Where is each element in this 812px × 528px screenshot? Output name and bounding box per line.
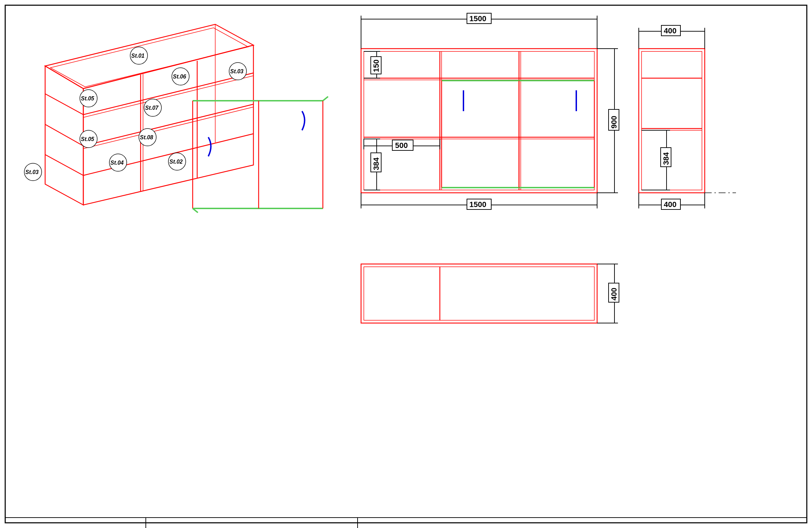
svg-line-76 bbox=[45, 94, 83, 115]
balloon-st03a: St.03 bbox=[230, 68, 243, 74]
dim-side-384: 384 bbox=[662, 152, 670, 165]
balloon-st05b: St.05 bbox=[81, 136, 94, 142]
balloon-st03b: St.03 bbox=[25, 169, 39, 175]
title-block bbox=[5, 518, 807, 528]
front-elevation: 1500 1500 900 150 500 384 bbox=[361, 13, 619, 209]
balloon-st01: St.01 bbox=[131, 53, 144, 59]
svg-rect-60 bbox=[364, 267, 594, 320]
dim-shelf-150: 150 bbox=[372, 59, 380, 72]
balloon-st02: St.02 bbox=[169, 159, 183, 165]
drawing-canvas: 1500 1500 900 150 500 384 bbox=[0, 0, 812, 528]
side-elevation: 400 400 384 bbox=[639, 25, 736, 209]
dim-lower-384: 384 bbox=[372, 157, 380, 170]
balloon-st06: St.06 bbox=[173, 74, 186, 80]
svg-line-78 bbox=[45, 155, 83, 175]
svg-line-74 bbox=[83, 107, 253, 149]
plan-view: 400 bbox=[361, 264, 619, 323]
svg-marker-66 bbox=[45, 24, 253, 89]
isometric-view: St.01 St.06 St.03 St.05 St.07 St.05 St.0… bbox=[24, 24, 328, 213]
dim-side-w-bot: 400 bbox=[664, 200, 677, 209]
svg-rect-59 bbox=[361, 264, 597, 323]
svg-rect-42 bbox=[642, 51, 702, 190]
dim-front-height: 900 bbox=[610, 116, 618, 129]
svg-line-71 bbox=[83, 73, 253, 115]
balloon-st05a: St.05 bbox=[81, 96, 94, 101]
dim-front-width-bottom: 1500 bbox=[469, 200, 486, 209]
svg-rect-1 bbox=[364, 51, 594, 190]
dim-col-500: 500 bbox=[395, 141, 408, 150]
dim-front-width-top: 1500 bbox=[469, 14, 486, 23]
balloon-st04: St.04 bbox=[110, 160, 124, 166]
svg-line-77 bbox=[45, 124, 83, 146]
balloon-st08: St.08 bbox=[140, 134, 153, 140]
balloon-st07: St.07 bbox=[145, 105, 159, 111]
svg-rect-0 bbox=[361, 49, 597, 193]
dim-plan-400: 400 bbox=[610, 288, 618, 300]
svg-line-87 bbox=[323, 97, 328, 101]
dim-side-w-top: 400 bbox=[664, 26, 677, 35]
svg-rect-41 bbox=[639, 49, 705, 193]
